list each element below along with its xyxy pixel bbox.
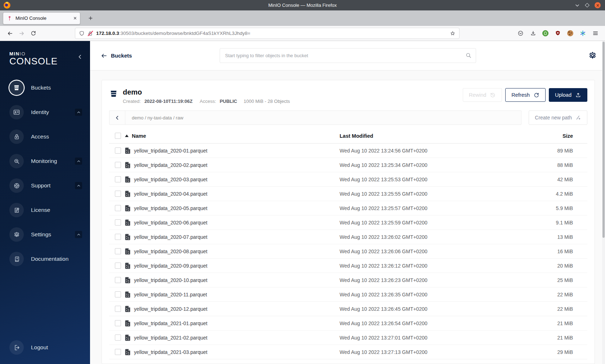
object-name[interactable]: yellow_tripdata_2021-03.parquet bbox=[134, 349, 207, 355]
chevron-up-icon[interactable] bbox=[75, 158, 82, 165]
row-checkbox[interactable] bbox=[115, 162, 121, 168]
support-lifebuoy-icon bbox=[9, 178, 24, 193]
sort-ascending-icon[interactable] bbox=[125, 135, 129, 137]
object-name[interactable]: yellow_tripdata_2020-08.parquet bbox=[134, 249, 207, 254]
table-row[interactable]: yellow_tripdata_2021-01.parquet Wed Aug … bbox=[109, 316, 587, 331]
parquet-file-icon bbox=[125, 219, 130, 226]
table-row[interactable]: yellow_tripdata_2020-06.parquet Wed Aug … bbox=[109, 215, 587, 230]
row-checkbox[interactable] bbox=[115, 335, 121, 341]
rewind-button[interactable]: Rewind bbox=[463, 88, 502, 102]
row-checkbox[interactable] bbox=[115, 263, 121, 269]
table-row[interactable]: yellow_tripdata_2020-11.parquet Wed Aug … bbox=[109, 287, 587, 302]
extension-green-icon[interactable] bbox=[542, 30, 548, 36]
table-row[interactable]: yellow_tripdata_2020-10.parquet Wed Aug … bbox=[109, 273, 587, 287]
row-checkbox[interactable] bbox=[115, 147, 121, 154]
window-close-icon[interactable] bbox=[595, 2, 601, 8]
tracking-shield-icon[interactable] bbox=[79, 31, 85, 36]
row-checkbox[interactable] bbox=[115, 320, 121, 326]
table-row[interactable]: yellow_tripdata_2020-12.parquet Wed Aug … bbox=[109, 302, 587, 316]
row-checkbox[interactable] bbox=[115, 176, 121, 182]
upload-button[interactable]: Upload bbox=[549, 88, 587, 102]
window-maximize-icon[interactable] bbox=[585, 3, 590, 8]
object-name[interactable]: yellow_tripdata_2020-03.parquet bbox=[134, 177, 207, 182]
table-row[interactable]: yellow_tripdata_2020-05.parquet Wed Aug … bbox=[109, 201, 587, 215]
sidebar-item-identity[interactable]: Identity bbox=[0, 100, 90, 124]
table-row[interactable]: yellow_tripdata_2020-04.parquet Wed Aug … bbox=[109, 187, 587, 201]
object-name[interactable]: yellow_tripdata_2020-11.parquet bbox=[134, 292, 207, 297]
downloads-icon[interactable] bbox=[530, 30, 536, 37]
asterisk-extension-icon[interactable] bbox=[579, 30, 586, 37]
parquet-file-icon bbox=[125, 291, 130, 298]
row-checkbox[interactable] bbox=[115, 349, 121, 355]
bookmark-star-icon[interactable] bbox=[450, 31, 456, 36]
object-name[interactable]: yellow_tripdata_2020-07.parquet bbox=[134, 234, 207, 240]
sidebar-item-access[interactable]: Access bbox=[0, 124, 90, 149]
table-row[interactable]: yellow_tripdata_2020-09.parquet Wed Aug … bbox=[109, 259, 587, 273]
settings-gear-icon[interactable] bbox=[588, 51, 597, 60]
breadcrumb-back-icon[interactable] bbox=[109, 111, 125, 124]
object-last-modified: Wed Aug 10 2022 13:24:56 GMT+0200 bbox=[340, 148, 534, 154]
object-name[interactable]: yellow_tripdata_2020-01.parquet bbox=[134, 148, 207, 154]
sidebar-collapse-icon[interactable] bbox=[77, 54, 83, 60]
chevron-up-icon[interactable] bbox=[75, 109, 82, 116]
tab-close-icon[interactable] bbox=[73, 16, 77, 20]
object-name[interactable]: yellow_tripdata_2020-02.parquet bbox=[134, 162, 207, 168]
window-minimize-icon[interactable] bbox=[575, 3, 580, 8]
object-name[interactable]: yellow_tripdata_2020-06.parquet bbox=[134, 220, 207, 226]
tab-minio-console[interactable]: MinIO Console bbox=[3, 12, 80, 24]
table-row[interactable]: yellow_tripdata_2020-03.parquet Wed Aug … bbox=[109, 172, 587, 187]
object-name[interactable]: yellow_tripdata_2020-10.parquet bbox=[134, 277, 207, 283]
table-row[interactable]: yellow_tripdata_2021-03.parquet Wed Aug … bbox=[109, 345, 587, 359]
select-all-checkbox[interactable] bbox=[115, 133, 121, 139]
column-size[interactable]: Size bbox=[534, 133, 573, 139]
search-input[interactable] bbox=[220, 48, 476, 63]
page-scrollbar[interactable] bbox=[602, 41, 605, 364]
table-row[interactable]: yellow_tripdata_2020-07.parquet Wed Aug … bbox=[109, 230, 587, 244]
table-row[interactable]: yellow_tripdata_2021-02.parquet Wed Aug … bbox=[109, 331, 587, 345]
breadcrumb[interactable]: demo / ny-taxi-data / raw bbox=[132, 115, 183, 120]
sidebar-item-logout[interactable]: Logout bbox=[0, 335, 90, 360]
column-name[interactable]: Name bbox=[132, 133, 146, 139]
url-bar[interactable]: 172.18.0.3:30503/buckets/demo/browse/bnk… bbox=[75, 28, 460, 39]
sidebar-item-settings[interactable]: Settings bbox=[0, 222, 90, 247]
sidebar-item-monitoring[interactable]: Monitoring bbox=[0, 149, 90, 173]
chevron-up-icon[interactable] bbox=[75, 182, 82, 189]
back-button-icon[interactable] bbox=[4, 28, 16, 39]
create-new-path-button[interactable]: Create new path bbox=[529, 110, 587, 125]
ublock-origin-icon[interactable] bbox=[555, 30, 561, 37]
object-name[interactable]: yellow_tripdata_2021-01.parquet bbox=[134, 320, 207, 326]
object-name[interactable]: yellow_tripdata_2020-05.parquet bbox=[134, 205, 207, 211]
row-checkbox[interactable] bbox=[115, 191, 121, 197]
table-row[interactable]: yellow_tripdata_2020-02.parquet Wed Aug … bbox=[109, 158, 587, 172]
cookie-extension-icon[interactable] bbox=[567, 30, 573, 36]
row-checkbox[interactable] bbox=[115, 219, 121, 226]
row-checkbox[interactable] bbox=[115, 277, 121, 283]
sidebar-item-buckets[interactable]: Buckets bbox=[0, 76, 90, 100]
object-name[interactable]: yellow_tripdata_2020-12.parquet bbox=[134, 306, 207, 312]
insecure-lock-icon[interactable] bbox=[88, 31, 93, 36]
row-checkbox[interactable] bbox=[115, 205, 121, 211]
menu-hamburger-icon[interactable] bbox=[592, 30, 599, 37]
sidebar-item-license[interactable]: License bbox=[0, 198, 90, 222]
back-to-buckets-link[interactable]: Buckets bbox=[101, 53, 132, 59]
refresh-button[interactable]: Refresh bbox=[505, 88, 546, 102]
pocket-icon[interactable] bbox=[517, 30, 524, 37]
table-row[interactable]: yellow_tripdata_2020-01.parquet Wed Aug … bbox=[109, 144, 587, 158]
url-text[interactable]: 172.18.0.3:30503/buckets/demo/browse/bnk… bbox=[96, 31, 447, 36]
row-checkbox[interactable] bbox=[115, 234, 121, 240]
new-tab-button[interactable] bbox=[85, 13, 95, 23]
sidebar-item-support[interactable]: Support bbox=[0, 173, 90, 198]
row-checkbox[interactable] bbox=[115, 248, 121, 254]
scrollbar-thumb[interactable] bbox=[602, 42, 605, 238]
object-name[interactable]: yellow_tripdata_2021-02.parquet bbox=[134, 335, 207, 341]
sidebar-item-documentation[interactable]: Documentation bbox=[0, 247, 90, 271]
table-row[interactable]: yellow_tripdata_2020-08.parquet Wed Aug … bbox=[109, 244, 587, 259]
row-checkbox[interactable] bbox=[115, 306, 121, 312]
column-last-modified[interactable]: Last Modified bbox=[340, 133, 534, 139]
forward-button-icon[interactable] bbox=[16, 28, 27, 39]
object-name[interactable]: yellow_tripdata_2020-09.parquet bbox=[134, 263, 207, 269]
object-name[interactable]: yellow_tripdata_2020-04.parquet bbox=[134, 191, 207, 197]
reload-button-icon[interactable] bbox=[27, 28, 39, 39]
row-checkbox[interactable] bbox=[115, 291, 121, 297]
chevron-up-icon[interactable] bbox=[75, 231, 82, 238]
